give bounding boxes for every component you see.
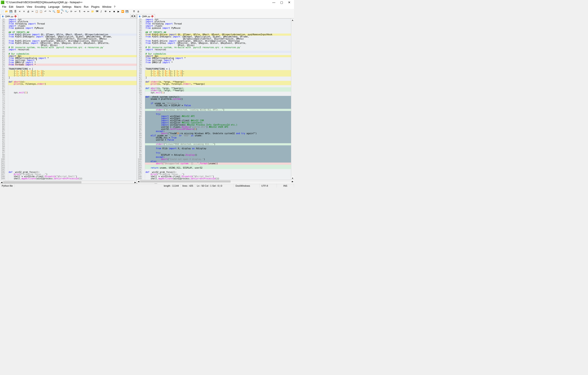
zoom-in-icon[interactable]: 🔍+ <box>61 10 64 13</box>
file-icon: 🗎 <box>138 15 141 18</box>
menu-window[interactable]: Window <box>101 5 113 8</box>
status-language: Python file <box>0 184 15 188</box>
paste-icon[interactable]: 📋 <box>39 10 43 13</box>
tab-close-icon[interactable]: × <box>14 15 17 17</box>
save-all-icon[interactable]: 🗄 <box>13 10 17 13</box>
find-icon[interactable]: 🔍 <box>52 10 56 13</box>
menu-edit[interactable]: Edit <box>8 5 15 8</box>
eye-icon[interactable]: 👁 <box>104 10 107 13</box>
horizontal-scrollbar[interactable]: ◀ ▶ <box>0 181 137 184</box>
menu-bar: File Edit Search View Encoding Language … <box>0 5 294 9</box>
close-all-icon[interactable]: ⨯ <box>22 10 26 13</box>
status-length: length : 11144 <box>162 184 181 188</box>
line-number-gutter: 3536373839404142434445464748495051525354… <box>0 19 6 181</box>
marker-gutter <box>6 19 8 181</box>
play-multi-icon[interactable]: ⏩ <box>121 10 125 13</box>
menu-file[interactable]: File <box>1 5 8 8</box>
app-window: *C:\Users\fredr\VBOXSHARED\QMouseKeys\QM… <box>0 0 294 188</box>
left-pane: 🗎 QMK.py × ◀ ▶ 3536373839404142434445464… <box>0 14 137 184</box>
scroll-up-icon[interactable]: ▲ <box>291 19 294 21</box>
left-tab-label: QMK.py <box>5 15 13 18</box>
tab-scroll-right-icon[interactable]: ▶ <box>133 14 136 18</box>
cut-icon[interactable]: ✂ <box>31 10 34 13</box>
close-button[interactable]: ✕ <box>285 0 293 5</box>
new-file-icon[interactable]: 📄 <box>0 10 4 13</box>
sync-icon[interactable]: ⟳ <box>69 10 73 13</box>
indent-icon[interactable]: ⇥ <box>82 10 86 13</box>
code-area[interactable]: import sysimport platformfrom threading … <box>8 19 137 181</box>
tab-scroll-controls: ◀ ▶ <box>130 14 136 18</box>
menu-encoding[interactable]: Encoding <box>33 5 47 8</box>
print-icon[interactable]: 🖨 <box>26 10 30 13</box>
file-icon: 🗎 <box>1 15 4 18</box>
title-bar: *C:\Users\fredr\VBOXSHARED\QMouseKeys\QM… <box>0 0 294 5</box>
horizontal-scrollbar[interactable]: ◀ ▶ <box>137 180 294 183</box>
maximize-button[interactable]: ▢ <box>278 0 285 5</box>
menu-settings[interactable]: Settings <box>61 5 73 8</box>
show-all-icon[interactable]: ¶ <box>78 10 82 13</box>
left-tab[interactable]: 🗎 QMK.py × <box>0 14 18 19</box>
window-title: *C:\Users\fredr\VBOXSHARED\QMouseKeys\QM… <box>6 1 270 4</box>
copy-icon[interactable]: 📋 <box>35 10 39 13</box>
marker-gutter <box>143 19 145 180</box>
menu-search[interactable]: Search <box>15 5 25 8</box>
outdent-icon[interactable]: ⇤ <box>86 10 90 13</box>
replace-icon[interactable]: 🔁 <box>56 10 60 13</box>
status-bar: Python file length : 11144 lines : 425 L… <box>0 184 294 188</box>
right-editor[interactable]: 3536373839404142434445464748495051525354… <box>137 19 294 180</box>
zoom-out-icon[interactable]: 🔍- <box>65 10 69 13</box>
right-tab[interactable]: 🗎 QMK.py × <box>137 14 155 19</box>
menu-view[interactable]: View <box>25 5 33 8</box>
line-number-gutter: 3536373839404142434445464748495051525354… <box>137 19 143 180</box>
app-icon <box>1 1 4 4</box>
doc-map-icon[interactable]: 🗺 <box>95 10 99 13</box>
play-icon[interactable]: ▶ <box>116 10 120 13</box>
code-area[interactable]: import sysimport platformfrom threading … <box>145 19 291 180</box>
right-tab-label: QMK.py <box>142 15 150 18</box>
menu-run[interactable]: Run <box>83 5 90 8</box>
folder-icon[interactable]: 📁 <box>91 10 94 13</box>
record-icon[interactable]: ● <box>108 10 112 13</box>
redo-icon[interactable]: ↷ <box>48 10 52 13</box>
menu-language[interactable]: Language <box>47 5 61 8</box>
scroll-right-icon[interactable]: ▶ <box>134 181 137 184</box>
scroll-down-icon[interactable]: ▼ <box>291 177 294 180</box>
menu-plugins[interactable]: Plugins <box>90 5 101 8</box>
stop-icon[interactable]: ■ <box>112 10 116 13</box>
save-macro-icon[interactable]: 💾 <box>125 10 129 13</box>
compare-prev-icon[interactable]: ⇈ <box>132 10 136 13</box>
func-list-icon[interactable]: ƒ <box>99 10 103 13</box>
save-icon[interactable]: 💾 <box>9 10 13 13</box>
tab-scroll-left-icon[interactable]: ◀ <box>130 14 133 18</box>
compare-next-icon[interactable]: ⇊ <box>136 10 140 13</box>
left-tab-row: 🗎 QMK.py × ◀ ▶ <box>0 14 137 19</box>
left-editor[interactable]: 3536373839404142434445464748495051525354… <box>0 19 137 181</box>
right-pane: 🗎 QMK.py × 35363738394041424344454647484… <box>137 14 294 184</box>
status-position: Ln : 50 Col : 1 Sel : 0 | 0 <box>195 184 234 188</box>
menu-macro[interactable]: Macro <box>73 5 83 8</box>
menu-help[interactable]: ? <box>113 5 117 8</box>
toolbar: 📄 📂 💾 🗄 ⨯ ⨯ 🖨 ✂ 📋 📋 ↶ ↷ 🔍 🔁 🔍+ 🔍- ⟳ ↩ ¶ … <box>0 9 294 14</box>
status-insert-mode: INS <box>277 184 294 188</box>
scroll-left-icon[interactable]: ◀ <box>137 180 140 183</box>
vertical-scrollbar[interactable]: ▲ ▼ <box>291 19 294 180</box>
editor-split: 🗎 QMK.py × ◀ ▶ 3536373839404142434445464… <box>0 14 294 184</box>
scroll-left-icon[interactable]: ◀ <box>0 181 3 184</box>
wrap-icon[interactable]: ↩ <box>74 10 77 13</box>
undo-icon[interactable]: ↶ <box>43 10 47 13</box>
minimize-button[interactable]: — <box>270 0 278 5</box>
status-lines: lines : 425 <box>181 184 195 188</box>
status-eol: Dos\Windows <box>234 184 260 188</box>
right-tab-row: 🗎 QMK.py × <box>137 14 294 19</box>
status-encoding: UTF-8 <box>260 184 277 188</box>
close-icon[interactable]: ⨯ <box>18 10 21 13</box>
open-file-icon[interactable]: 📂 <box>5 10 9 13</box>
scroll-right-icon[interactable]: ▶ <box>291 180 294 183</box>
tab-close-icon[interactable]: × <box>151 15 153 17</box>
